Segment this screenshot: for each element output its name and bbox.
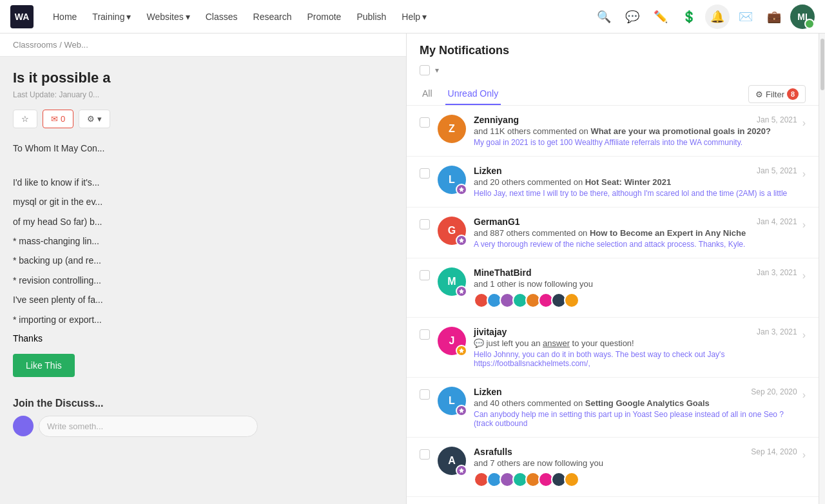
main-layout: Classrooms / Web... Is it possible a Las… (0, 34, 825, 504)
notifications-header: My Notifications ▾ All Unread Only ⚙ Fil… (407, 34, 819, 106)
notif-body: MineThatBirdJan 3, 2021and 1 other is no… (474, 267, 797, 308)
dollar-icon-btn[interactable]: 💲 (677, 5, 701, 29)
nav-home[interactable]: Home (46, 8, 83, 26)
notifications-list: ZZenniyangJan 5, 2021and 11K others comm… (407, 106, 819, 504)
wa-logo[interactable]: WA (10, 5, 34, 28)
gear-btn[interactable]: ⚙ ▾ (79, 110, 110, 128)
nav-promote[interactable]: Promote (300, 8, 347, 26)
select-all-checkbox[interactable] (420, 65, 430, 75)
notification-item[interactable]: JjivitajayJan 3, 2021💬 just left you an … (407, 318, 819, 378)
notif-body: LizkenSep 20, 2020and 40 others commente… (474, 387, 797, 428)
chevron-down-icon: ▾ (126, 12, 131, 22)
notification-item[interactable]: LLizkenJan 5, 2021and 20 others commente… (407, 157, 819, 208)
chevron-down-icon: ▾ (422, 12, 427, 22)
notif-body: AsrafullsSep 14, 2020and 7 others are no… (474, 447, 797, 487)
nav-research[interactable]: Research (247, 8, 298, 26)
nav-help[interactable]: Help ▾ (395, 8, 433, 26)
notif-avatar: L (438, 166, 466, 194)
page-actions: ☆ ✉ 0 ⚙ ▾ (13, 110, 258, 128)
nav-websites[interactable]: Websites ▾ (140, 8, 196, 26)
avatar-badge (456, 465, 467, 476)
notif-avatar: A (438, 447, 466, 475)
notif-arrow-icon: › (802, 219, 806, 231)
join-discussion: Join the Discuss... Write someth... (13, 398, 258, 437)
avatar-badge (456, 345, 467, 356)
notification-item[interactable]: AAsrafullsSep 14, 2020and 7 others are n… (407, 438, 819, 497)
thanks-text: Thanks (13, 333, 258, 344)
filter-button[interactable]: ⚙ Filter 8 (748, 85, 806, 103)
chevron-down-icon[interactable]: ▾ (435, 66, 439, 75)
nav-icon-group: 🔍 💬 ✏️ 💲 🔔 ✉️ 💼 MI (592, 5, 815, 29)
briefcase-icon-btn[interactable]: 💼 (762, 5, 786, 29)
notif-checkbox[interactable] (420, 270, 430, 280)
notif-checkbox[interactable] (420, 389, 430, 400)
notif-checkbox[interactable] (420, 117, 430, 128)
mail-btn[interactable]: ✉ 0 (43, 110, 73, 128)
notif-arrow-icon: › (802, 329, 806, 341)
notif-avatar: L (438, 387, 466, 415)
filter-icon: ⚙ (755, 90, 763, 99)
notif-arrow-icon: › (802, 389, 806, 401)
bookmark-btn[interactable]: ☆ (13, 110, 37, 128)
page-content: Is it possible a Last Update: January 0.… (0, 57, 271, 450)
notification-item[interactable]: ZZenniyangJan 5, 2021and 11K others comm… (407, 106, 819, 157)
svg-marker-0 (459, 187, 464, 192)
tab-all[interactable]: All (420, 83, 435, 105)
svg-marker-5 (459, 468, 464, 473)
search-icon-btn[interactable]: 🔍 (592, 5, 616, 29)
follower-avatars-row (474, 472, 797, 487)
notif-checkbox[interactable] (420, 329, 430, 340)
notif-arrow-icon: › (802, 117, 806, 129)
notif-body: jivitajayJan 3, 2021💬 just left you an a… (474, 327, 797, 368)
notifications-panel: My Notifications ▾ All Unread Only ⚙ Fil… (406, 34, 819, 504)
notif-avatar: G (438, 217, 466, 245)
avatar-badge (456, 184, 467, 195)
top-navigation: WA Home Training ▾ Websites ▾ Classes Re… (0, 0, 825, 34)
avatar-badge (456, 235, 467, 246)
notif-avatar: Z (438, 115, 466, 143)
page-title: Is it possible a (13, 70, 258, 86)
tab-unread-only[interactable]: Unread Only (445, 83, 501, 105)
notification-item[interactable]: GGermanG1Jan 4, 2021and 887 others comme… (407, 208, 819, 258)
notif-select-row: ▾ (420, 65, 806, 75)
notif-body: LizkenJan 5, 2021and 20 others commented… (474, 166, 797, 198)
write-input-row: Write someth... (13, 416, 258, 437)
scroll-thumb (820, 39, 824, 90)
notif-arrow-icon: › (802, 449, 806, 461)
notif-arrow-icon: › (802, 270, 806, 282)
write-avatar (13, 416, 34, 436)
user-avatar-btn[interactable]: MI (790, 5, 815, 29)
chevron-down-icon: ▾ (186, 12, 190, 22)
bell-icon-btn[interactable]: 🔔 (705, 5, 730, 29)
notif-avatar: J (438, 327, 466, 355)
notif-checkbox[interactable] (420, 449, 430, 460)
left-content-area: Classrooms / Web... Is it possible a Las… (0, 34, 406, 504)
email-icon-btn[interactable]: ✉️ (733, 5, 758, 29)
svg-marker-3 (459, 348, 464, 353)
like-button[interactable]: Like This (13, 354, 75, 377)
svg-marker-1 (459, 238, 464, 243)
chat-icon-btn[interactable]: 💬 (620, 5, 645, 29)
notif-checkbox[interactable] (420, 219, 430, 229)
notification-item[interactable]: TteguhyuliJun 27, 2020and 7 others are n… (407, 497, 819, 504)
avatar-badge (456, 286, 467, 297)
edit-icon-btn[interactable]: ✏️ (648, 5, 673, 29)
filter-count-badge: 8 (787, 88, 799, 100)
nav-training[interactable]: Training ▾ (86, 8, 137, 26)
nav-publish[interactable]: Publish (350, 8, 393, 26)
mail-icon: ✉ (51, 114, 58, 124)
notification-item[interactable]: LLizkenSep 20, 2020and 40 others comment… (407, 378, 819, 438)
notif-tabs: All Unread Only ⚙ Filter 8 (420, 83, 806, 105)
notif-checkbox[interactable] (420, 168, 430, 179)
svg-marker-4 (459, 408, 464, 413)
notification-item[interactable]: MMineThatBirdJan 3, 2021and 1 other is n… (407, 258, 819, 318)
avatar-badge (456, 405, 467, 416)
follower-avatar (564, 472, 579, 487)
write-field[interactable]: Write someth... (39, 416, 258, 437)
notif-avatar: M (438, 267, 466, 296)
notif-body: GermanG1Jan 4, 2021and 887 others commen… (474, 217, 797, 249)
nav-classes[interactable]: Classes (199, 8, 244, 26)
svg-marker-2 (459, 289, 464, 294)
scrollbar[interactable] (819, 34, 825, 504)
notifications-title: My Notifications (420, 44, 806, 57)
